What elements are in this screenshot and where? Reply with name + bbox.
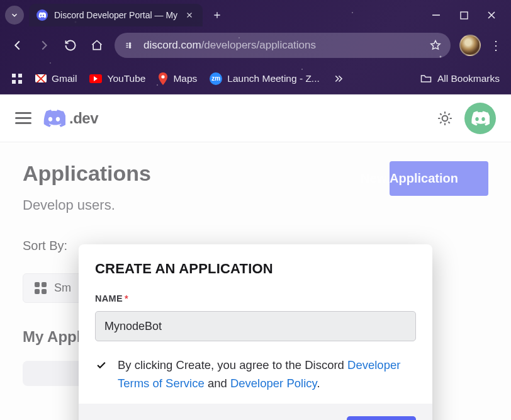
nav-back-button[interactable] [9,37,26,54]
tab-title: Discord Developer Portal — My [54,10,177,20]
site-settings-icon[interactable] [123,40,135,51]
bookmark-maps[interactable]: Maps [158,72,197,85]
create-application-modal: CREATE AN APPLICATION NAME* By clicking … [79,244,432,420]
svg-point-3 [129,47,130,48]
bookmark-label: Gmail [52,73,77,84]
browser-tab-active[interactable]: Discord Developer Portal — My [29,4,203,26]
apps-grid-icon[interactable] [11,73,23,84]
bookmark-label: Launch Meeting - Z... [227,73,319,84]
window-maximize-icon[interactable] [458,9,469,21]
gmail-icon [35,74,47,82]
application-name-input[interactable] [95,311,416,341]
browser-menu-button[interactable]: ⋮ [490,38,502,53]
tablist-button[interactable] [5,6,24,25]
name-label: NAME* [95,293,416,304]
bookmark-youtube[interactable]: YouTube [89,73,145,84]
zoom-icon: zm [210,72,222,85]
bookmark-star-icon[interactable] [429,39,442,52]
all-bookmarks-button[interactable]: All Bookmarks [420,72,500,85]
maps-icon [158,72,168,85]
agreement-checkbox[interactable] [95,359,108,372]
nav-forward-button [35,37,53,54]
bookmarks-bar: Gmail YouTube Maps zm Launch Meeting - Z… [0,63,511,94]
folder-icon [420,72,432,85]
create-button[interactable]: Create [347,416,416,420]
bookmark-launch-meeting[interactable]: zm Launch Meeting - Z... [210,72,319,85]
nav-reload-button[interactable] [62,37,79,54]
svg-rect-4 [12,74,16,77]
svg-point-8 [162,75,165,78]
window-close-icon[interactable] [486,9,497,21]
address-bar[interactable]: discord.com/developers/applications [115,33,451,58]
nav-home-button[interactable] [88,37,106,54]
bookmarks-overflow-button[interactable] [332,73,344,84]
browser-tabstrip: Discord Developer Portal — My [0,0,511,28]
profile-avatar[interactable] [459,35,481,56]
agreement-text: By clicking Create, you agree to the Dis… [118,356,416,392]
tab-close-icon[interactable] [184,9,195,21]
new-tab-button[interactable] [208,6,227,25]
browser-toolbar: discord.com/developers/applications ⋮ [0,28,511,63]
bookmark-gmail[interactable]: Gmail [35,73,77,84]
url-text: discord.com/developers/applications [143,39,316,52]
youtube-icon [89,74,102,83]
discord-favicon [36,9,48,21]
svg-point-1 [129,43,130,44]
svg-point-2 [129,45,130,46]
svg-rect-5 [18,74,22,77]
bookmark-label: All Bookmarks [437,73,500,84]
svg-rect-0 [461,12,468,19]
modal-title: CREATE AN APPLICATION [95,261,416,277]
svg-rect-7 [18,80,22,84]
developer-policy-link[interactable]: Developer Policy [230,377,317,390]
window-minimize-icon[interactable] [430,9,442,21]
svg-rect-6 [12,80,16,84]
bookmark-label: Maps [173,73,197,84]
bookmark-label: YouTube [107,73,145,84]
